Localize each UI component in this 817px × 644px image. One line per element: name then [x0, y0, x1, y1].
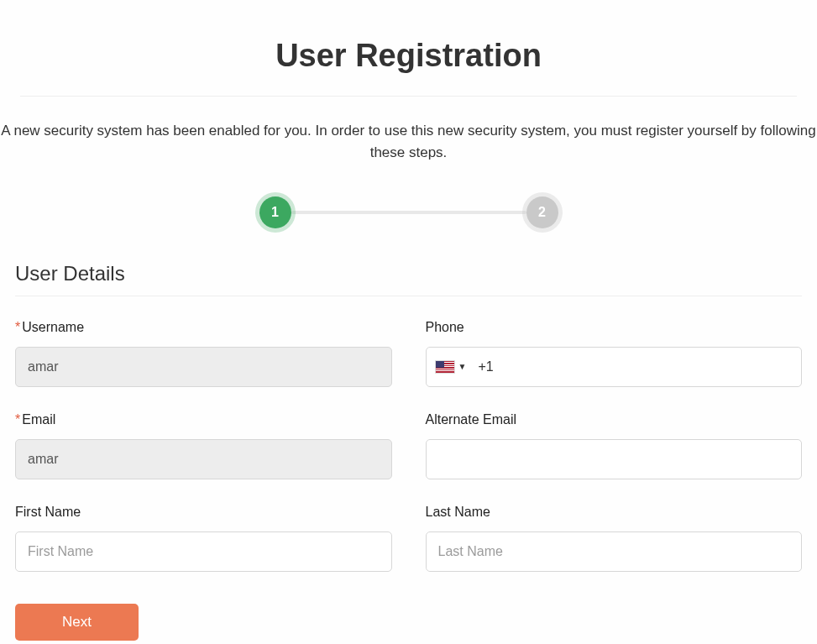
page-description: A new security system has been enabled f… [0, 97, 817, 180]
user-details-form: Username Phone ▼ +1 Email Alternate Emai… [0, 320, 817, 572]
email-field-group: Email [15, 412, 392, 479]
last-name-field-group: Last Name [426, 505, 803, 572]
first-name-input[interactable] [15, 531, 392, 572]
country-dropdown-icon[interactable]: ▼ [458, 362, 467, 371]
username-field-group: Username [15, 320, 392, 387]
username-label: Username [15, 320, 392, 335]
page-title: User Registration [20, 0, 797, 97]
form-footer: Next [0, 572, 817, 641]
step-2: 2 [526, 196, 558, 228]
step-1: 1 [259, 196, 291, 228]
phone-label: Phone [426, 320, 803, 335]
alt-email-input[interactable] [426, 439, 803, 479]
phone-input[interactable] [500, 348, 793, 386]
phone-field-group: Phone ▼ +1 [426, 320, 803, 387]
section-title: User Details [15, 254, 802, 296]
alt-email-field-group: Alternate Email [426, 412, 803, 479]
phone-input-wrapper: ▼ +1 [426, 347, 803, 387]
first-name-field-group: First Name [15, 505, 392, 572]
last-name-label: Last Name [426, 505, 803, 520]
email-input[interactable] [15, 439, 392, 479]
next-button[interactable]: Next [15, 604, 139, 641]
last-name-input[interactable] [426, 531, 803, 572]
email-label: Email [15, 412, 392, 427]
first-name-label: First Name [15, 505, 392, 520]
dial-code: +1 [478, 359, 493, 374]
flag-us-icon[interactable] [435, 360, 455, 374]
stepper: 1 2 [0, 180, 817, 254]
alt-email-label: Alternate Email [426, 412, 803, 427]
step-connector [291, 211, 526, 214]
username-input[interactable] [15, 347, 392, 387]
